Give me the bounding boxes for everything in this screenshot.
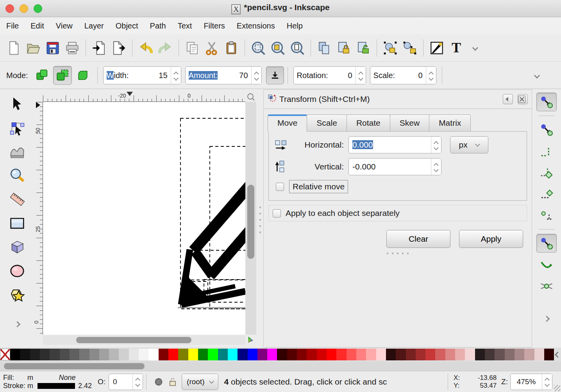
relative-move-label[interactable]: Relative move: [289, 180, 348, 193]
menu-path[interactable]: Path: [150, 21, 166, 30]
layer-lock-icon[interactable]: [168, 377, 178, 387]
amount-spinner[interactable]: [251, 67, 261, 84]
clear-button[interactable]: Clear: [386, 230, 450, 248]
palette-swatch[interactable]: [228, 349, 238, 360]
palette-swatch[interactable]: [198, 349, 208, 360]
palette-swatch[interactable]: [208, 349, 218, 360]
palette-swatch[interactable]: [336, 349, 346, 360]
horizontal-scrollbar[interactable]: [43, 335, 245, 345]
rectangle-tool[interactable]: [7, 213, 27, 233]
float-dialog-button[interactable]: [503, 94, 513, 104]
palette-swatch[interactable]: [188, 349, 198, 360]
palette-swatch[interactable]: [515, 349, 524, 360]
tweak-mode-move-in-out-button[interactable]: [53, 66, 72, 85]
palette-swatch[interactable]: [168, 349, 178, 360]
ungroup-button[interactable]: [400, 37, 420, 59]
palette-swatch[interactable]: [20, 349, 30, 360]
toolbar-overflow-button[interactable]: [473, 46, 477, 50]
rotation-spinbox[interactable]: Rotation: 0: [293, 66, 366, 84]
palette-swatch[interactable]: [79, 349, 89, 360]
palette-swatch[interactable]: [396, 349, 406, 360]
horizontal-spinner[interactable]: [431, 137, 441, 153]
scrollbar-thumb[interactable]: [76, 337, 191, 343]
close-dialog-button[interactable]: [518, 94, 528, 104]
scrollbar-thumb[interactable]: [4, 363, 145, 369]
menu-help[interactable]: Help: [287, 21, 303, 30]
palette-swatch[interactable]: [178, 349, 188, 360]
vertical-spinner[interactable]: [431, 159, 441, 175]
palette-swatch[interactable]: [386, 349, 396, 360]
menu-edit[interactable]: Edit: [30, 21, 44, 30]
rotation-spinner[interactable]: [356, 67, 366, 84]
node-tool[interactable]: [7, 118, 27, 138]
palette-swatch[interactable]: [218, 349, 228, 360]
undo-button[interactable]: [136, 37, 155, 59]
palette-swatch[interactable]: [99, 349, 109, 360]
palette-swatch[interactable]: [544, 349, 554, 360]
opacity-spinner[interactable]: [132, 374, 143, 390]
zoom-drawing-button[interactable]: [268, 37, 288, 59]
save-button[interactable]: [43, 37, 63, 59]
apply-each-checkbox[interactable]: [273, 209, 281, 217]
palette-swatch[interactable]: [287, 349, 297, 360]
tab-rotate[interactable]: Rotate: [347, 114, 390, 132]
vertical-input[interactable]: -0.000: [348, 158, 441, 175]
unlink-clone-button[interactable]: [354, 37, 373, 59]
menu-object[interactable]: Object: [116, 21, 138, 30]
ellipse-tool[interactable]: [7, 261, 27, 281]
paste-button[interactable]: [222, 37, 241, 59]
tab-move[interactable]: Move: [268, 114, 307, 132]
fill-stroke-dialog-button[interactable]: [427, 37, 447, 59]
palette-swatch[interactable]: [435, 349, 445, 360]
tool-options-overflow-button[interactable]: [535, 73, 539, 78]
palette-swatch[interactable]: [445, 349, 455, 360]
clone-button[interactable]: [334, 37, 354, 59]
palette-swatch[interactable]: [425, 349, 435, 360]
drawing-canvas[interactable]: [43, 102, 245, 335]
relative-move-checkbox[interactable]: [276, 183, 284, 191]
opacity-spinbox[interactable]: 0: [109, 374, 143, 390]
fill-stroke-indicator[interactable]: Fill: m None Stroke: m 2.42: [0, 374, 97, 390]
palette-swatch[interactable]: [148, 349, 158, 360]
palette-swatch[interactable]: [524, 349, 534, 360]
zoom-spinbox[interactable]: 475%: [510, 374, 552, 390]
zoom-tool[interactable]: [7, 166, 27, 186]
layer-select[interactable]: (root): [182, 374, 218, 390]
snap-path-intersections-button[interactable]: [536, 277, 557, 296]
sticky-zoom-button[interactable]: [245, 92, 256, 102]
scrollbar-thumb[interactable]: [247, 185, 254, 259]
open-button[interactable]: [23, 37, 43, 59]
palette-swatch[interactable]: [485, 349, 495, 360]
menu-text[interactable]: Text: [178, 21, 192, 30]
star-tool[interactable]: [7, 285, 27, 305]
palette-swatch[interactable]: [109, 349, 119, 360]
dialog-header[interactable]: Transform (Shift+Ctrl+M): [264, 90, 532, 109]
vertical-scrollbar[interactable]: [245, 102, 256, 335]
palette-swatch[interactable]: [465, 349, 475, 360]
palette-swatch[interactable]: [534, 349, 544, 360]
horizontal-ruler[interactable]: -20 0: [43, 93, 245, 102]
tweak-mode-jitter-button[interactable]: [73, 66, 92, 85]
zoom-selection-button[interactable]: [248, 37, 268, 59]
tab-skew[interactable]: Skew: [390, 114, 429, 132]
tweak-tool[interactable]: [7, 142, 27, 162]
palette-swatch[interactable]: [406, 349, 416, 360]
amount-spinbox[interactable]: Amount: 70: [185, 66, 262, 84]
measure-tool[interactable]: [7, 189, 27, 210]
palette-swatch[interactable]: [366, 349, 376, 360]
zoom-spinner[interactable]: [542, 374, 552, 390]
palette-swatch[interactable]: [0, 349, 10, 360]
text-dialog-button[interactable]: T: [447, 37, 466, 59]
palette-swatch[interactable]: [416, 349, 425, 360]
palette-swatch[interactable]: [10, 349, 20, 360]
palette-swatch[interactable]: [89, 349, 99, 360]
unit-select[interactable]: px: [450, 136, 488, 153]
vertical-ruler[interactable]: 50 25 0: [34, 102, 43, 335]
palette-swatch[interactable]: [60, 349, 70, 360]
import-button[interactable]: [89, 37, 109, 59]
color-managed-view-button[interactable]: [245, 335, 256, 345]
palette-swatch[interactable]: [495, 349, 504, 360]
snap-nodes-button[interactable]: [536, 234, 557, 253]
menu-filters[interactable]: Filters: [204, 21, 225, 30]
use-pressure-button[interactable]: [266, 66, 284, 84]
